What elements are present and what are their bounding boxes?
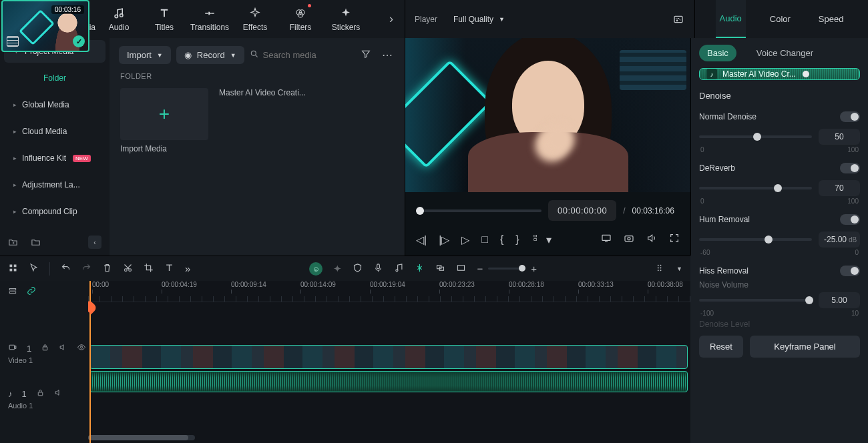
topnav-more-button[interactable]: ›	[382, 12, 401, 26]
view-mode-icon[interactable]	[656, 263, 666, 275]
group-icon[interactable]	[435, 263, 445, 275]
sidebar-folder[interactable]: Folder	[4, 67, 105, 89]
lock-icon[interactable]	[41, 343, 49, 354]
camera-button[interactable]	[624, 233, 634, 246]
shield-icon[interactable]	[353, 263, 363, 275]
right-tab-color[interactable]: Color	[766, 0, 795, 38]
svg-point-30	[658, 267, 659, 268]
filter-icon[interactable]	[358, 47, 374, 63]
text-icon[interactable]	[164, 263, 174, 275]
dereverb-value[interactable]: 70	[819, 180, 860, 196]
redo-icon[interactable]	[81, 263, 91, 275]
chip-handle[interactable]	[803, 71, 809, 77]
folder-icon[interactable]	[31, 236, 43, 248]
cursor-icon[interactable]	[29, 263, 39, 275]
audio-clip-chip[interactable]: ♪ Master AI Video Cr...	[699, 68, 860, 80]
aspect-icon[interactable]	[456, 263, 466, 275]
delete-icon[interactable]	[102, 263, 112, 275]
scrub-slider[interactable]	[416, 209, 541, 212]
current-time: 00:00:00:00	[548, 200, 616, 221]
svg-rect-13	[533, 239, 536, 241]
link-icon[interactable]	[27, 286, 36, 298]
hum-removal-slider[interactable]	[699, 238, 812, 241]
tab-stickers[interactable]: Stickers	[323, 0, 369, 38]
reset-button[interactable]: Reset	[699, 336, 743, 358]
tab-audio[interactable]: Audio	[96, 0, 142, 38]
playhead[interactable]	[89, 281, 91, 443]
video-preview[interactable]	[405, 38, 690, 192]
ai-avatar-icon[interactable]: ☺	[309, 262, 322, 276]
zoom-out-icon[interactable]: −	[477, 263, 483, 274]
svg-rect-23	[377, 264, 380, 268]
grid-icon[interactable]	[8, 263, 18, 275]
normal-denoise-slider[interactable]	[699, 135, 812, 138]
tab-titles[interactable]: Titles	[142, 0, 187, 38]
timeline-scrollbar[interactable]	[88, 435, 195, 440]
display-button[interactable]	[601, 233, 612, 246]
sidebar-influence-kit[interactable]: ▸Influence KitNEW	[4, 147, 105, 169]
import-media-card[interactable]: +	[120, 88, 208, 140]
tab-transitions[interactable]: Transitions	[187, 0, 232, 38]
normal-denoise-value[interactable]: 50	[819, 129, 860, 145]
mark-out-button[interactable]: }	[515, 234, 519, 246]
undo-icon[interactable]	[61, 263, 71, 275]
quality-select[interactable]: Full Quality ▼	[447, 11, 511, 27]
track-add-icon[interactable]	[8, 286, 17, 298]
chevron-right-icon: ▸	[13, 101, 17, 108]
music-tool-icon[interactable]	[394, 263, 404, 275]
sidebar-collapse-button[interactable]: ‹	[88, 236, 101, 249]
next-frame-button[interactable]: |▷	[439, 234, 449, 246]
cut-icon[interactable]	[123, 263, 133, 275]
more-tools-icon[interactable]: »	[185, 263, 190, 274]
subtab-voice-changer[interactable]: Voice Changer	[748, 45, 821, 61]
right-tab-speed[interactable]: Speed	[815, 0, 848, 38]
zoom-slider[interactable]	[488, 268, 525, 270]
keyframe-panel-button[interactable]: Keyframe Panel	[750, 336, 860, 358]
mark-in-button[interactable]: {	[500, 234, 503, 246]
fullscreen-button[interactable]	[669, 233, 680, 246]
timeline-tracks[interactable]: 00:0000:00:04:1900:00:09:1400:00:14:0900…	[88, 281, 690, 443]
search-input[interactable]	[263, 50, 353, 60]
play-button[interactable]: ▷	[461, 234, 469, 246]
hiss-removal-toggle[interactable]	[840, 266, 860, 276]
volume-button[interactable]	[646, 233, 657, 246]
view-dropdown[interactable]: ▼	[676, 266, 682, 272]
visibility-icon[interactable]	[77, 343, 86, 354]
tab-filters[interactable]: Filters	[278, 0, 323, 38]
record-button[interactable]: ◉Record▼	[176, 46, 244, 64]
subtab-basic[interactable]: Basic	[699, 45, 736, 61]
hiss-removal-value[interactable]: 5.00	[819, 292, 860, 308]
mute-icon[interactable]	[59, 343, 67, 354]
right-tab-audio[interactable]: Audio	[716, 0, 746, 38]
audio-waveform-clip[interactable]	[89, 371, 688, 392]
sidebar-compound-clip[interactable]: ▸Compound Clip	[4, 200, 105, 223]
hiss-removal-slider[interactable]	[699, 299, 812, 302]
transitions-icon	[204, 6, 216, 21]
zoom-in-icon[interactable]: +	[531, 263, 537, 274]
hum-removal-value[interactable]: -25.00dB	[819, 232, 860, 248]
sidebar-adjustment-layer[interactable]: ▸Adjustment La...	[4, 173, 105, 196]
sidebar-cloud-media[interactable]: ▸Cloud Media	[4, 120, 105, 143]
dereverb-slider[interactable]	[699, 187, 812, 189]
video-clip[interactable]: ▶Master AI Video Creation Join the #Film…	[89, 345, 688, 369]
prev-frame-button[interactable]: ◁|	[416, 234, 427, 246]
import-button[interactable]: Import▼	[119, 46, 171, 64]
mute-icon[interactable]	[54, 388, 63, 399]
lock-icon[interactable]	[36, 388, 45, 399]
new-folder-icon[interactable]	[8, 236, 20, 248]
snapshot-button[interactable]	[672, 14, 685, 25]
normal-denoise-toggle[interactable]	[840, 111, 860, 122]
stop-button[interactable]: □	[481, 234, 488, 246]
hum-removal-toggle[interactable]	[840, 214, 860, 225]
dereverb-toggle[interactable]	[840, 163, 860, 173]
crop-icon[interactable]	[144, 263, 154, 275]
mic-icon[interactable]	[373, 263, 383, 275]
razor-icon[interactable]	[415, 263, 425, 275]
tab-effects[interactable]: Effects	[232, 0, 278, 38]
media-clip-thumbnail[interactable]: 00:03:16 ✓	[1, 0, 89, 52]
marker-dropdown[interactable]: ▾	[531, 233, 552, 246]
timeline-ruler[interactable]: 00:0000:00:04:1900:00:09:1400:00:14:0900…	[88, 281, 690, 302]
sidebar-global-media[interactable]: ▸Global Media	[4, 93, 105, 116]
more-icon[interactable]: ⋯	[379, 47, 395, 63]
sparkle-icon[interactable]: ✦	[333, 263, 342, 275]
